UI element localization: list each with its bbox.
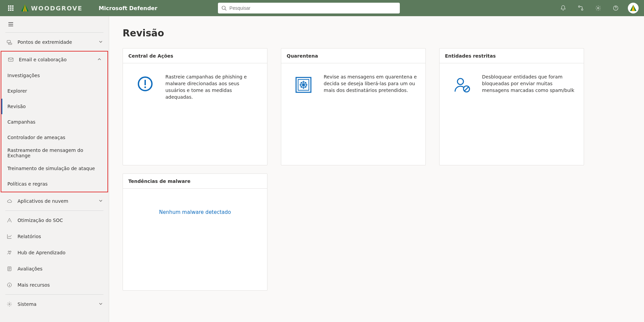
sidebar-item-label: Otimização do SOC [18,218,103,223]
woodgrove-logo-icon [20,3,30,13]
sidebar-item-system[interactable]: Sistema [0,296,109,312]
chart-icon [6,234,13,239]
learning-icon [6,250,13,255]
org-logo: WOODGROVE [20,3,83,13]
main-content: Revisão Central de Ações Rastreie campan… [109,16,644,322]
card-body-text: Desbloquear entidades que foram bloquead… [482,73,576,94]
search-icon [221,5,227,11]
brand-text: WOODGROVE [31,5,83,12]
sidebar-item-cloud-apps[interactable]: Aplicativos de nuvem [0,193,109,209]
svg-point-15 [9,221,10,221]
hamburger-icon [8,22,13,27]
sidebar-item-label: Políticas e regras [7,181,47,187]
svg-line-4 [225,9,226,10]
gear-icon [595,5,601,11]
help-button[interactable] [609,0,622,16]
divider [5,294,103,295]
trials-icon [6,266,13,271]
sidebar-item-endpoints[interactable]: Pontos de extremidade [0,34,109,50]
divider [5,211,103,211]
chevron-down-icon [99,301,103,307]
app-title: Microsoft Defender [99,5,157,11]
sidebar-toggle-button[interactable] [0,18,109,31]
settings-button[interactable] [591,0,605,16]
card-action-center[interactable]: Central de Ações Rastreie campanhas de p… [123,48,267,165]
svg-point-16 [8,251,9,252]
system-gear-icon [6,301,13,307]
sidebar-sub-message-trace[interactable]: Rastreamento de mensagem do Exchange [1,145,107,161]
flow-icon [578,5,584,11]
info-icon [6,282,13,288]
svg-point-17 [10,251,11,252]
svg-point-23 [144,87,146,88]
sidebar-item-label: Aplicativos de nuvem [18,198,99,204]
card-header: Tendências de malware [123,174,267,189]
sidebar-item-label: Treinamento de simulação de ataque [7,166,95,171]
svg-rect-12 [7,40,10,43]
sidebar-item-reports[interactable]: Relatórios [0,228,109,245]
card-header: Entidades restritas [440,49,584,63]
cards-row-1: Central de Ações Rastreie campanhas de p… [123,48,631,165]
sidebar-item-label: Controlador de ameaças [7,135,65,140]
global-search[interactable] [218,3,400,13]
svg-rect-13 [8,43,12,44]
sidebar-item-label: Investigações [7,73,40,78]
sidebar-sub-attack-sim[interactable]: Treinamento de simulação de ataque [1,161,107,176]
notifications-button[interactable] [556,0,570,16]
sidebar-item-label: Explorer [7,88,27,94]
sidebar-sub-threat-tracker[interactable]: Controlador de ameaças [1,130,107,145]
cloud-icon [6,198,13,204]
app-launcher-button[interactable] [4,0,18,16]
svg-point-20 [9,303,10,305]
card-quarantine[interactable]: Quarentena Revise as mensagens em quaren… [281,48,426,165]
sidebar-sub-campaigns[interactable]: Campanhas [1,114,107,130]
svg-point-3 [222,6,225,9]
divider [5,32,103,33]
card-restricted-entities[interactable]: Entidades restritas Desbloquear entidade… [439,48,584,165]
page-title: Revisão [123,28,631,39]
sidebar-item-label: Pontos de extremidade [18,39,99,45]
card-empty-state: Nenhum malware detectado [123,189,267,236]
svg-rect-22 [144,80,146,85]
waffle-icon [8,5,13,11]
avatar [628,3,639,13]
svg-rect-14 [8,58,13,61]
card-header: Quarentena [281,49,425,63]
account-button[interactable] [626,0,640,16]
search-input[interactable] [218,3,400,13]
flow-button[interactable] [574,0,587,16]
sidebar-item-label: Hub de Aprendizado [18,250,103,255]
header-actions [556,0,640,16]
sidebar-item-trials[interactable]: Avaliações [0,261,109,277]
sidebar-sub-investigations[interactable]: Investigações [1,68,107,83]
sidebar-sub-policies[interactable]: Políticas e regras [1,176,107,192]
chevron-down-icon [99,198,103,204]
sidebar-sub-review[interactable]: Revisão [1,99,107,114]
blocked-user-icon [448,73,476,94]
svg-point-5 [578,6,580,7]
sidebar-item-soc[interactable]: Otimização do SOC [0,212,109,228]
sidebar-item-label: Campanhas [7,119,35,125]
sidebar-sub-explorer[interactable]: Explorer [1,83,107,99]
card-malware-trends[interactable]: Tendências de malware Nenhum malware det… [123,173,267,291]
cards-row-2: Tendências de malware Nenhum malware det… [123,173,631,291]
sidebar-item-learning[interactable]: Hub de Aprendizado [0,245,109,261]
quarantine-icon [289,73,318,94]
sidebar-item-email-collab[interactable]: Email e colaboração [1,52,107,68]
mail-icon [7,57,14,62]
soc-icon [6,218,13,223]
sidebar-item-label: Relatórios [18,234,103,239]
sidebar-item-label: Sistema [18,301,99,307]
sidebar-item-label: Avaliações [18,266,103,271]
sidebar: Pontos de extremidade Email e colaboraçã… [0,16,109,322]
chevron-up-icon [97,57,101,62]
sidebar-item-label: Rastreamento de mensagem do Exchange [7,148,101,158]
svg-point-7 [598,7,599,9]
alert-circle-icon [131,73,159,100]
question-icon [613,5,619,11]
card-body-text: Rastreie campanhas de phishing e malware… [165,73,259,100]
sidebar-item-more[interactable]: Mais recursos [0,277,109,293]
sidebar-item-label: Email e colaboração [19,57,97,62]
card-header: Central de Ações [123,49,267,63]
svg-point-9 [615,9,616,9]
